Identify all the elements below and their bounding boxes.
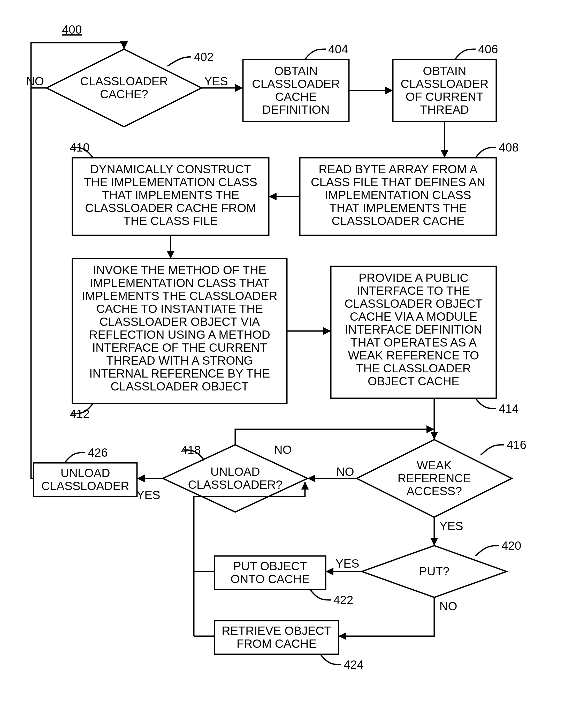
node-412: INVOKE THE METHOD OF THE IMPLEMENTATION … — [72, 259, 287, 403]
node-402-yes-label: YES — [204, 74, 228, 88]
node-422-l1: PUT OBJECT — [233, 559, 307, 573]
node-424-ref: 424 — [344, 658, 364, 671]
node-404: OBTAIN CLASSLOADER CACHE DEFINITION — [243, 60, 349, 122]
node-414-l3: CLASSLOADER OBJECT — [345, 297, 483, 310]
node-406-l4: THREAD — [420, 103, 469, 116]
node-406-l2: CLASSLOADER — [401, 77, 488, 91]
node-406-l1: OBTAIN — [423, 64, 466, 77]
node-402-line1: CLASSLOADER — [80, 74, 168, 88]
node-420-l1: PUT? — [419, 565, 449, 578]
node-412-l5: CLASSLOADER OBJECT VIA — [100, 315, 260, 328]
svg-marker-24 — [430, 538, 438, 546]
node-402-line2: CACHE? — [100, 88, 148, 101]
node-404-l1: OBTAIN — [274, 64, 318, 77]
node-422-l2: ONTO CACHE — [231, 572, 310, 586]
node-406-l3: OF CURRENT — [406, 90, 484, 103]
node-418-l2: CLASSLOADER? — [188, 478, 282, 491]
node-416-no-label: NO — [336, 465, 354, 478]
node-412-l3: IMPLEMENTS THE CLASSLOADER — [82, 289, 277, 303]
node-412-ref: 412 — [70, 407, 90, 420]
node-426-l1: UNLOAD — [61, 466, 110, 480]
node-414-l2: INTERFACE TO THE — [357, 284, 470, 297]
node-416-l3: ACCESS? — [407, 484, 462, 498]
node-410: DYNAMICALLY CONSTRUCT THE IMPLEMENTATION… — [72, 158, 269, 235]
node-418-l1: UNLOAD — [210, 465, 260, 478]
node-416-ref: 416 — [507, 438, 526, 451]
node-414-l4: CACHE VIA A MODULE — [350, 310, 477, 323]
node-422: PUT OBJECT ONTO CACHE — [214, 556, 326, 590]
edge-426-402 — [31, 88, 34, 478]
svg-marker-17 — [269, 193, 277, 200]
node-410-l5: THE CLASS FILE — [123, 214, 218, 228]
node-414-l8: THE CLASSLOADER — [356, 362, 471, 375]
svg-marker-15 — [385, 87, 393, 94]
node-410-l4: CLASSLOADER CACHE FROM — [85, 201, 256, 215]
svg-marker-19 — [323, 327, 331, 335]
svg-marker-16 — [441, 150, 448, 158]
node-418-no-label: NO — [274, 443, 292, 457]
node-402: CLASSLOADER CACHE? — [46, 49, 202, 127]
node-414-l5: INTERFACE DEFINITION — [345, 323, 482, 336]
node-408-l5: CLASSLOADER CACHE — [332, 214, 464, 228]
node-414-l7: WEAK REFERENCE TO — [348, 348, 479, 362]
node-404-ref: 404 — [328, 42, 348, 56]
node-402-ref: 402 — [194, 50, 214, 64]
node-412-l8: THREAD WITH A STRONG — [106, 354, 253, 367]
svg-marker-18 — [167, 251, 174, 259]
node-424-l1: RETRIEVE OBJECT — [222, 624, 331, 637]
node-412-l4: CACHE TO INSTANTIATE THE — [96, 302, 263, 315]
figure-number-label: 400 — [62, 23, 82, 36]
node-410-l1: DYNAMICALLY CONSTRUCT — [90, 162, 251, 176]
node-426-ref: 426 — [88, 446, 108, 459]
node-420-no-label: NO — [439, 599, 457, 613]
node-408: READ BYTE ARRAY FROM A CLASS FILE THAT D… — [300, 158, 496, 235]
svg-marker-26 — [339, 632, 346, 640]
node-410-l3: THAT IMPLEMENTS THE — [102, 188, 239, 202]
svg-marker-23 — [137, 474, 145, 482]
node-420-yes-label: YES — [336, 557, 359, 570]
node-420-ref: 420 — [501, 539, 521, 552]
node-412-l1: INVOKE THE METHOD OF THE — [93, 263, 266, 277]
node-418-yes-label: YES — [136, 488, 160, 502]
node-414-l6: THAT OPERATES AS A — [350, 336, 477, 349]
node-420: PUT? — [362, 546, 507, 597]
node-416-l1: WEAK — [417, 459, 452, 472]
node-412-l6: REFLECTION USING A METHOD — [89, 328, 270, 341]
node-404-l4: DEFINITION — [262, 103, 330, 116]
node-416: WEAK REFERENCE ACCESS? — [357, 440, 512, 517]
node-414: PROVIDE A PUBLIC INTERFACE TO THE CLASSL… — [331, 266, 496, 398]
node-412-l2: IMPLEMENTATION CLASS THAT — [90, 276, 269, 290]
node-404-l2: CLASSLOADER — [252, 77, 340, 91]
edge-418-no-loop — [235, 429, 434, 445]
node-408-ref: 408 — [499, 141, 519, 154]
node-414-l1: PROVIDE A PUBLIC — [359, 271, 468, 284]
node-412-l7: INTERFACE OF THE CURRENT — [92, 341, 267, 354]
svg-marker-13 — [120, 41, 128, 49]
svg-marker-20 — [430, 432, 438, 440]
node-426: UNLOAD CLASSLOADER — [34, 463, 137, 497]
node-414-ref: 414 — [499, 402, 519, 415]
svg-marker-27 — [301, 482, 309, 490]
node-410-ref: 410 — [70, 141, 90, 154]
node-424: RETRIEVE OBJECT FROM CACHE — [214, 620, 339, 654]
node-426-l2: CLASSLOADER — [41, 479, 129, 493]
node-406: OBTAIN CLASSLOADER OF CURRENT THREAD — [393, 60, 496, 122]
svg-marker-25 — [326, 568, 334, 575]
node-408-l1: READ BYTE ARRAY FROM A — [319, 162, 478, 176]
node-416-yes-label: YES — [439, 519, 463, 533]
node-424-l2: FROM CACHE — [237, 637, 316, 650]
node-412-l9: INTERNAL REFERENCE BY THE — [89, 367, 270, 380]
node-412-l10: CLASSLOADER OBJECT — [111, 380, 249, 393]
node-406-ref: 406 — [478, 42, 498, 56]
node-404-l3: CACHE — [275, 90, 317, 103]
node-408-l4: THAT IMPLEMENTS THE — [329, 201, 467, 215]
node-410-l2: THE IMPLEMENTATION CLASS — [84, 175, 257, 189]
node-414-l9: OBJECT CACHE — [368, 374, 459, 388]
node-408-l2: CLASS FILE THAT DEFINES AN — [311, 175, 485, 189]
node-422-ref: 422 — [334, 593, 353, 607]
node-416-l2: REFERENCE — [397, 471, 471, 485]
node-402-no-label: NO — [26, 74, 44, 88]
node-418-ref: 418 — [181, 443, 201, 457]
svg-marker-14 — [235, 84, 243, 92]
svg-marker-21 — [308, 474, 315, 482]
